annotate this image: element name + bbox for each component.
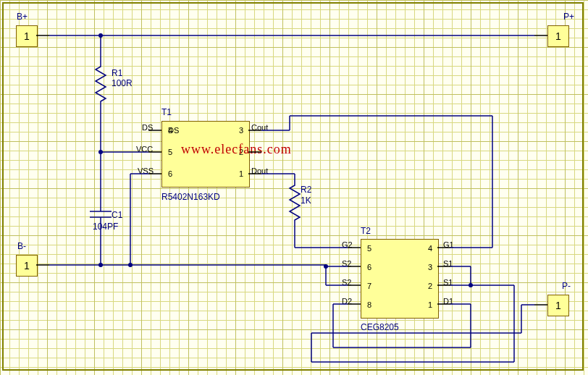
pin-t1-4: 4 bbox=[168, 126, 172, 135]
c1-val: 104PF bbox=[93, 222, 118, 232]
port-bp-label: B+ bbox=[17, 12, 28, 22]
t1-pin-dout: Dout bbox=[251, 167, 268, 175]
t2-part: CEG8205 bbox=[361, 322, 399, 332]
c1-ref: C1 bbox=[112, 210, 122, 220]
t1-pin-cout: Cout bbox=[251, 123, 268, 132]
port-bm-label: B- bbox=[17, 241, 26, 251]
r1-ref: R1 bbox=[112, 68, 122, 78]
t2-pin-s1a: S1 bbox=[443, 259, 453, 268]
port-bm: 1 bbox=[16, 255, 38, 277]
pin-t2-6: 6 bbox=[367, 263, 371, 271]
t2-pin-g1: G1 bbox=[443, 240, 454, 249]
pin-t2-2: 2 bbox=[428, 282, 432, 290]
port-pp: 1 bbox=[547, 25, 569, 47]
t2-ref: T2 bbox=[361, 226, 371, 236]
pin-t2-4: 4 bbox=[428, 244, 432, 253]
port-bp: 1 bbox=[16, 25, 38, 47]
pin-t2-1: 1 bbox=[428, 300, 432, 309]
t2-pin-s1b: S1 bbox=[443, 278, 453, 287]
t2-pin-s2b: S2 bbox=[342, 278, 351, 287]
pin-t1-5: 5 bbox=[168, 148, 172, 156]
port-pp-label: P+ bbox=[563, 12, 574, 22]
t1-ref: T1 bbox=[161, 107, 172, 117]
port-pm: 1 bbox=[547, 295, 569, 316]
t1-pin-vcc: VCC bbox=[136, 145, 153, 153]
r2-ref: R2 bbox=[301, 185, 311, 195]
ic-t2: 5 6 7 8 4 3 2 1 bbox=[361, 239, 439, 319]
r2-val: 1K bbox=[301, 195, 311, 206]
t1-pin-vss: VSS bbox=[138, 167, 154, 175]
t2-pin-s2l: S2 bbox=[342, 259, 351, 268]
pin-t2-3: 3 bbox=[428, 263, 432, 271]
watermark: www.elecfans.com bbox=[181, 142, 292, 157]
t2-pin-d2: D2 bbox=[342, 297, 352, 306]
pin-t1-6: 6 bbox=[168, 169, 172, 178]
pin-t2-5: 5 bbox=[367, 244, 371, 253]
pin-t1-3: 3 bbox=[239, 126, 243, 135]
r1-val: 100R bbox=[112, 78, 133, 88]
pin-t2-8: 8 bbox=[367, 300, 371, 309]
t1-pin-ds: DS bbox=[142, 123, 153, 132]
t2-pin-d1: D1 bbox=[443, 297, 453, 306]
t1-part: R5402N163KD bbox=[161, 192, 220, 202]
t2-pin-g2: G2 bbox=[342, 240, 353, 249]
pin-t1-1: 1 bbox=[239, 169, 243, 178]
pin-t2-7: 7 bbox=[367, 282, 371, 290]
port-pm-label: P- bbox=[562, 281, 571, 291]
